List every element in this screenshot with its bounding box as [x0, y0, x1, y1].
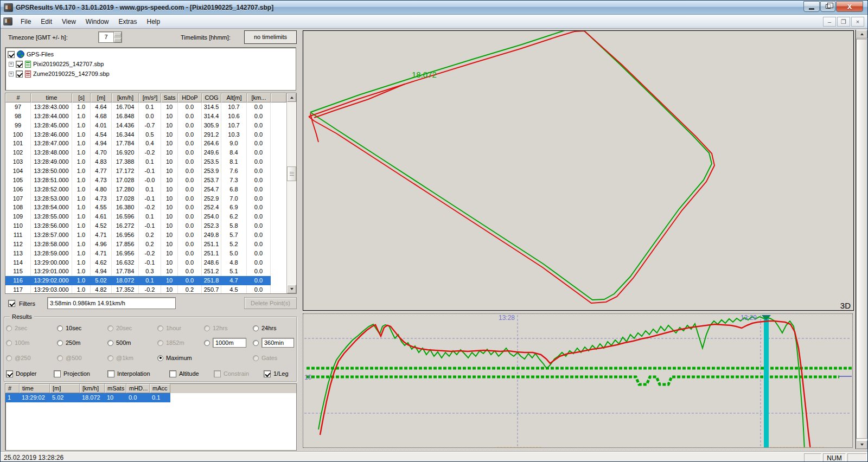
- radio-button[interactable]: [157, 355, 163, 361]
- table-row[interactable]: 10013:28:46.0001.04.5416.3440.5100.0291.…: [5, 130, 286, 139]
- menu-extras[interactable]: Extras: [114, 16, 142, 28]
- checkbox[interactable]: [54, 370, 61, 377]
- results-column-header[interactable]: mAcc: [150, 384, 170, 393]
- radio-button[interactable]: [157, 325, 163, 331]
- results-table-row[interactable]: 113:29:025.0218.072100.00.1: [5, 393, 296, 402]
- table-row[interactable]: 11113:28:57.0001.04.7116.9560.2100.0249.…: [5, 230, 286, 240]
- table-row[interactable]: 10613:28:52.0001.04.8017.2800.1100.0254.…: [5, 185, 286, 194]
- timelimits-button[interactable]: no timelimits: [244, 30, 297, 44]
- tree-root[interactable]: GPS-Files: [8, 49, 296, 59]
- results-column-header[interactable]: mHD...: [126, 384, 150, 393]
- column-header[interactable]: [m/s²]: [139, 93, 161, 102]
- results-table-header[interactable]: #time[m][km/h]mSatsmHD...mAcc: [5, 384, 296, 393]
- checkbox-altitude[interactable]: Altitude: [169, 370, 214, 377]
- checkbox[interactable]: [264, 370, 271, 377]
- menu-edit[interactable]: Edit: [36, 16, 57, 28]
- radio-20sec[interactable]: 20sec: [107, 325, 157, 331]
- timezone-spinner[interactable]: 7: [98, 31, 122, 43]
- column-header[interactable]: [km/h]: [112, 93, 139, 102]
- radio-button[interactable]: [107, 340, 113, 346]
- mdi-minimize-button[interactable]: –: [823, 17, 836, 27]
- minimize-button[interactable]: [803, 1, 820, 12]
- results-column-header[interactable]: #: [5, 384, 20, 393]
- checkbox-interpolation[interactable]: Interpolation: [107, 370, 169, 377]
- radio-maximum[interactable]: Maximum: [157, 355, 204, 361]
- radio-button[interactable]: [6, 325, 12, 331]
- results-column-header[interactable]: mSats: [105, 384, 126, 393]
- radio-gates[interactable]: Gates: [253, 355, 294, 361]
- table-row[interactable]: 10813:28:54.0001.04.5516.380-0.2100.0252…: [5, 203, 286, 212]
- map-scroll-down-button[interactable]: [856, 440, 867, 449]
- spinner-up-button[interactable]: [114, 32, 122, 37]
- table-row[interactable]: 10413:28:50.0001.04.7717.172-0.1100.0253…: [5, 166, 286, 176]
- map-3d-label[interactable]: 3D: [840, 301, 851, 310]
- delete-points-button[interactable]: Delete Point(s): [244, 297, 297, 309]
- table-row[interactable]: 11513:29:01.0001.04.9417.7840.3100.0251.…: [5, 267, 286, 276]
- radio-10sec[interactable]: 10sec: [57, 325, 107, 331]
- radio-button[interactable]: [57, 325, 63, 331]
- column-header[interactable]: COG: [202, 93, 221, 102]
- table-row[interactable]: 10913:28:55.0001.04.6116.5960.1100.0254.…: [5, 212, 286, 221]
- spinner-down-button[interactable]: [114, 37, 122, 43]
- table-row[interactable]: 11213:28:58.0001.04.9617.8560.2100.0251.…: [5, 240, 286, 249]
- column-header[interactable]: [s]: [72, 93, 91, 102]
- map-scrollbar[interactable]: [856, 30, 867, 449]
- column-header[interactable]: [km...: [247, 93, 271, 102]
- radio-1km[interactable]: @1km: [107, 355, 157, 361]
- checkbox-projection[interactable]: Projection: [54, 370, 107, 377]
- radio-1000m[interactable]: 1000m: [204, 338, 253, 348]
- scroll-up-button[interactable]: [287, 93, 296, 102]
- table-row[interactable]: 10713:28:53.0001.04.7317.028-0.1100.0252…: [5, 194, 286, 203]
- radio-button[interactable]: [57, 355, 63, 361]
- table-row[interactable]: 11013:28:56.0001.04.5216.272-0.1100.0252…: [5, 221, 286, 230]
- table-row[interactable]: 11313:28:59.0001.04.7116.956-0.2100.0251…: [5, 249, 286, 258]
- column-header[interactable]: Sats: [161, 93, 178, 102]
- map-scroll-up-button[interactable]: [856, 30, 867, 39]
- menu-help[interactable]: Help: [142, 16, 165, 28]
- table-row[interactable]: 9713:28:43.0001.04.6416.7040.1100.0314.5…: [5, 102, 286, 112]
- checkbox[interactable]: [6, 370, 13, 377]
- radio-2sec[interactable]: 2sec: [6, 325, 57, 331]
- radio-500m[interactable]: 500m: [107, 339, 157, 346]
- table-row[interactable]: 10313:28:49.0001.04.8317.3880.1100.0253.…: [5, 157, 286, 166]
- mdi-close-button[interactable]: ×: [851, 17, 864, 27]
- radio-100m[interactable]: 100m: [6, 339, 57, 346]
- gps-files-checkbox[interactable]: [8, 51, 15, 58]
- radio-button[interactable]: [107, 355, 113, 361]
- filters-checkbox[interactable]: [8, 300, 15, 307]
- radio-12hrs[interactable]: 12hrs: [204, 325, 253, 331]
- tree-file-row[interactable]: +Pixi20190225_142707.sbp: [8, 59, 296, 69]
- radio-24hrs[interactable]: 24hrs: [253, 325, 294, 331]
- radio-button[interactable]: [107, 325, 113, 331]
- tree-expand-icon[interactable]: +: [9, 72, 14, 76]
- tree-expand-icon[interactable]: +: [9, 62, 14, 67]
- radio-1852m[interactable]: 1852m: [157, 339, 204, 346]
- menu-window[interactable]: Window: [81, 16, 114, 28]
- radio-250m[interactable]: 250m: [57, 339, 107, 346]
- restore-button[interactable]: [820, 1, 835, 12]
- column-header[interactable]: #: [5, 93, 31, 102]
- results-column-header[interactable]: [km/h]: [80, 384, 105, 393]
- radio-button[interactable]: [204, 340, 210, 346]
- checkbox-doppler[interactable]: Doppler: [6, 370, 54, 377]
- checkbox[interactable]: [214, 370, 221, 377]
- radio-1hour[interactable]: 1hour: [157, 325, 204, 331]
- radio-value-input[interactable]: 360min: [261, 338, 294, 348]
- radio-button[interactable]: [157, 340, 163, 346]
- radio-250[interactable]: @250: [6, 355, 57, 361]
- column-header[interactable]: Alt[m]: [221, 93, 247, 102]
- radio-button[interactable]: [6, 355, 12, 361]
- column-header[interactable]: HDoP: [178, 93, 202, 102]
- radio-button[interactable]: [253, 325, 259, 331]
- table-row[interactable]: 10113:28:47.0001.04.9417.7840.4100.0264.…: [5, 139, 286, 148]
- scroll-down-button[interactable]: [287, 285, 296, 293]
- tree-file-checkbox[interactable]: [16, 70, 23, 78]
- table-row[interactable]: 11713:29:03.0001.04.8217.352-0.2100.2250…: [5, 285, 286, 293]
- table-row[interactable]: 10513:28:51.0001.04.7317.028-0.0100.0253…: [5, 176, 286, 185]
- checkbox-1leg[interactable]: 1/Leg: [264, 370, 289, 377]
- radio-500[interactable]: @500: [57, 355, 107, 361]
- menu-view[interactable]: View: [57, 16, 81, 28]
- table-header-row[interactable]: #time[s][m][km/h][m/s²]SatsHDoPCOGAlt[m]…: [5, 93, 286, 102]
- close-button[interactable]: X: [836, 1, 863, 12]
- results-column-header[interactable]: [m]: [50, 384, 80, 393]
